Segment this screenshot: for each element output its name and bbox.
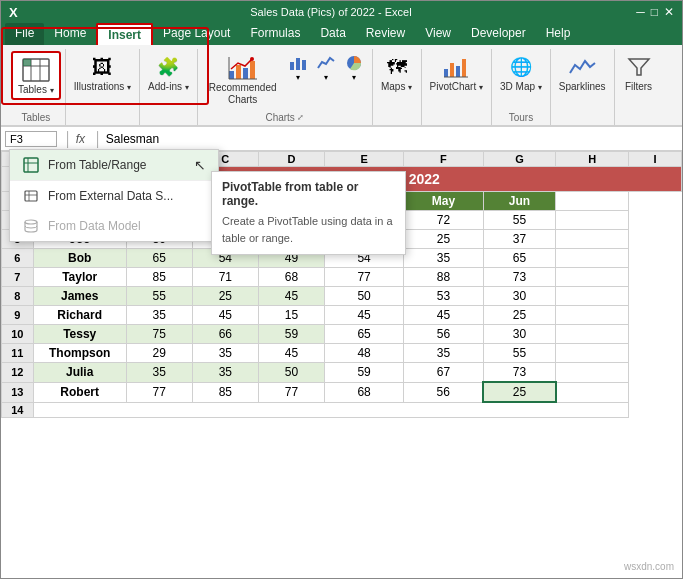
maximize-icon[interactable]: □ [651,5,658,19]
external-icon [22,187,40,205]
ribbon-group-tables: Tables ▾ Tables [7,49,66,125]
svg-rect-6 [236,65,241,79]
svg-rect-17 [450,63,454,77]
maps-button[interactable]: 🗺 Maps ▾ [377,51,417,94]
tab-home[interactable]: Home [44,23,96,45]
tab-formulas[interactable]: Formulas [240,23,310,45]
pie-chart-icon [344,53,364,73]
svg-rect-16 [444,69,448,77]
col-jun-header[interactable]: Jun [483,192,556,211]
row-8-num[interactable]: 8 [2,287,34,306]
svg-rect-4 [23,59,31,66]
col-H[interactable]: H [556,152,629,167]
watermark: wsxdn.com [624,561,674,572]
sparklines-icon [566,53,598,81]
app-window: X Sales Data (Pics) of 2022 - Excel ─ □ … [0,0,683,579]
tab-data[interactable]: Data [310,23,355,45]
tables-icon [20,56,52,84]
tab-file[interactable]: File [5,23,44,45]
row-7-num[interactable]: 7 [2,268,34,287]
svg-rect-25 [25,191,37,201]
table-row: 13 Robert 77 85 77 68 56 25 [2,382,682,402]
tab-insert[interactable]: Insert [96,23,153,45]
row-12-num[interactable]: 12 [2,363,34,383]
line-chart-button[interactable]: ▾ [314,51,338,84]
row-13-num[interactable]: 13 [2,382,34,402]
datamodel-icon [22,217,40,235]
tab-help[interactable]: Help [536,23,581,45]
col-D[interactable]: D [258,152,324,167]
table-row: 11 Thompson 29 35 45 48 35 55 [2,344,682,363]
table-row: 7 Taylor 85 71 68 77 88 73 [2,268,682,287]
col-may-header[interactable]: May [404,192,483,211]
name-box[interactable] [5,131,57,147]
charts-expand-icon[interactable]: ⤢ [297,113,304,124]
tables-button[interactable]: Tables ▾ [11,51,61,100]
from-table-icon [22,156,40,174]
filters-label: Filters [625,81,652,92]
recommended-charts-button[interactable]: RecommendedCharts [204,51,282,109]
dropdown-item-from-table[interactable]: From Table/Range ↖ [10,150,218,181]
svg-rect-12 [290,62,294,70]
ribbon-group-charts: RecommendedCharts ▾ [198,49,373,125]
row-10-num[interactable]: 10 [2,325,34,344]
col-E[interactable]: E [324,152,403,167]
from-table-label: From Table/Range [48,158,147,172]
minimize-icon[interactable]: ─ [636,5,645,19]
title-bar-text: Sales Data (Pics) of 2022 - Excel [26,6,637,18]
col-G[interactable]: G [483,152,556,167]
filters-icon [623,53,655,81]
formula-input[interactable]: Salesman [106,132,678,146]
row-14-num[interactable]: 14 [2,402,34,417]
row-14: 14 [2,402,682,417]
tooltip-body: Create a PivotTable using data in a tabl… [222,213,395,246]
tables-label: Tables ▾ [18,84,54,95]
ribbon-group-3dmap: 🌐 3D Map ▾ Tours [492,49,551,125]
addins-icon: 🧩 [152,53,184,81]
dropdown-item-external[interactable]: From External Data S... [10,181,218,211]
tooltip-title: PivotTable from table or range. [222,180,395,208]
svg-rect-8 [250,61,255,79]
tab-page-layout[interactable]: Page Layout [153,23,240,45]
svg-point-28 [25,220,37,224]
tours-group-label: Tours [509,112,533,125]
maps-icon: 🗺 [381,53,413,81]
title-bar: X Sales Data (Pics) of 2022 - Excel ─ □ … [1,1,682,23]
close-icon[interactable]: ✕ [664,5,674,19]
sparklines-button[interactable]: Sparklines [555,51,610,94]
tab-review[interactable]: Review [356,23,415,45]
tables-group-label: Tables [21,112,50,125]
tables-dropdown-menu: From Table/Range ↖ From External Data S.… [9,149,219,242]
3dmap-icon: 🌐 [505,53,537,81]
addins-label: Add-ins ▾ [148,81,189,92]
formula-bar-separator: │ [64,131,73,147]
table-row: 8 James 55 25 45 50 53 30 [2,287,682,306]
fx-label: fx [76,132,85,146]
formula-bar-separator2: │ [94,131,103,147]
row-9-num[interactable]: 9 [2,306,34,325]
app-logo: X [9,5,18,20]
cursor-icon: ↖ [194,157,206,173]
bar-chart-button[interactable]: ▾ [286,51,310,84]
menu-tabs: File Home Insert Page Layout Formulas Da… [1,23,682,45]
row-11-num[interactable]: 11 [2,344,34,363]
3dmap-button[interactable]: 🌐 3D Map ▾ [496,51,546,94]
pivotchart-button[interactable]: PivotChart ▾ [426,51,487,94]
filters-button[interactable]: Filters [619,51,659,94]
line-chart-icon [316,53,336,73]
col-I[interactable]: I [629,152,682,167]
pie-chart-button[interactable]: ▾ [342,51,366,84]
illustrations-button[interactable]: 🖼 Illustrations ▾ [70,51,135,94]
svg-rect-7 [243,68,248,79]
table-row: 10 Tessy 75 66 59 65 56 30 [2,325,682,344]
row-6-num[interactable]: 6 [2,249,34,268]
ribbon-group-maps: 🗺 Maps ▾ [373,49,422,125]
table-row: 12 Julia 35 35 50 59 67 73 [2,363,682,383]
tab-developer[interactable]: Developer [461,23,536,45]
window-controls: ─ □ ✕ [636,5,674,19]
col-F[interactable]: F [404,152,483,167]
addins-button[interactable]: 🧩 Add-ins ▾ [144,51,193,94]
tab-view[interactable]: View [415,23,461,45]
svg-rect-13 [296,58,300,70]
ribbon-group-addins: 🧩 Add-ins ▾ [140,49,198,125]
